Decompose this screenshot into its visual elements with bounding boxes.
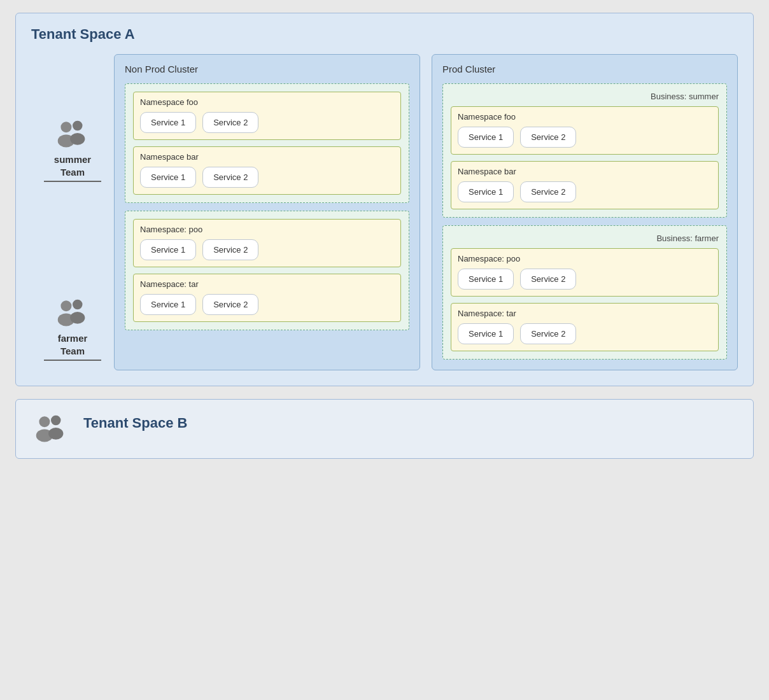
svg-point-10 [51, 416, 61, 426]
service-box: Service 2 [202, 167, 258, 188]
clusters-row: Non Prod Cluster Namespace foo Service 1… [114, 54, 738, 370]
non-prod-farmer-section: Namespace: poo Service 1 Service 2 Names… [125, 211, 409, 330]
prod-ns-poo: Namespace: poo Service 1 Service 2 [451, 248, 719, 297]
farmer-team-name: farmer Team [44, 332, 101, 361]
prod-ns-foo: Namespace foo Service 1 Service 2 [451, 106, 719, 155]
non-prod-ns-poo: Namespace: poo Service 1 Service 2 [133, 219, 401, 267]
svg-point-0 [60, 122, 71, 132]
prod-ns-tar-title: Namespace: tar [458, 309, 712, 318]
service-box: Service 2 [202, 294, 258, 315]
business-summer-label: Business: summer [451, 92, 719, 101]
prod-ns-poo-title: Namespace: poo [458, 254, 712, 263]
main-layout: summer Team farmer Team [31, 54, 738, 370]
prod-summer-section: Business: summer Namespace foo Service 1… [442, 83, 727, 218]
prod-ns-tar: Namespace: tar Service 1 Service 2 [451, 303, 719, 351]
farmer-team-block: farmer Team [31, 297, 114, 361]
farmer-team-avatar [53, 297, 92, 330]
summer-team-block: summer Team [31, 118, 114, 182]
service-box: Service 1 [458, 127, 514, 148]
prod-cluster-title: Prod Cluster [442, 64, 727, 74]
summer-team-avatar [53, 118, 92, 151]
non-prod-ns-foo: Namespace foo Service 1 Service 2 [133, 92, 401, 140]
svg-point-6 [73, 300, 83, 310]
left-teams: summer Team farmer Team [31, 54, 114, 370]
svg-point-7 [70, 312, 85, 324]
business-farmer-label: Business: farmer [451, 234, 719, 243]
svg-point-2 [73, 121, 83, 131]
non-prod-summer-section: Namespace foo Service 1 Service 2 Namesp… [125, 83, 409, 203]
non-prod-ns-bar-services: Service 1 Service 2 [140, 167, 394, 188]
tenant-space-b: Tenant Space B [15, 399, 754, 459]
service-box: Service 1 [140, 239, 196, 260]
service-box: Service 2 [202, 112, 258, 133]
tenant-space-a: Tenant Space A summer Team [15, 13, 754, 386]
svg-point-8 [39, 416, 50, 427]
service-box: Service 2 [520, 323, 576, 344]
non-prod-ns-tar-services: Service 1 Service 2 [140, 294, 394, 315]
non-prod-ns-tar-title: Namespace: tar [140, 279, 394, 289]
service-box: Service 2 [202, 239, 258, 260]
prod-ns-poo-services: Service 1 Service 2 [458, 269, 712, 290]
service-box: Service 1 [140, 167, 196, 188]
service-box: Service 1 [458, 269, 514, 290]
svg-point-11 [48, 428, 63, 440]
non-prod-cluster: Non Prod Cluster Namespace foo Service 1… [114, 54, 420, 370]
tenant-b-avatar [31, 412, 71, 445]
service-box: Service 1 [140, 294, 196, 315]
non-prod-ns-bar-title: Namespace bar [140, 152, 394, 162]
prod-ns-bar: Namespace bar Service 1 Service 2 [451, 161, 719, 209]
page-container: Tenant Space A summer Team [15, 13, 754, 459]
prod-cluster: Prod Cluster Business: summer Namespace … [432, 54, 738, 370]
service-box: Service 1 [458, 323, 514, 344]
svg-point-3 [70, 133, 85, 145]
service-box: Service 2 [520, 127, 576, 148]
non-prod-ns-poo-services: Service 1 Service 2 [140, 239, 394, 260]
svg-point-4 [60, 300, 71, 311]
non-prod-ns-tar: Namespace: tar Service 1 Service 2 [133, 274, 401, 322]
summer-team-name: summer Team [44, 153, 101, 182]
tenant-a-title: Tenant Space A [31, 26, 738, 43]
service-box: Service 2 [520, 181, 576, 202]
non-prod-cluster-title: Non Prod Cluster [125, 64, 409, 74]
service-box: Service 2 [520, 269, 576, 290]
prod-farmer-section: Business: farmer Namespace: poo Service … [442, 225, 727, 360]
prod-ns-bar-title: Namespace bar [458, 167, 712, 176]
non-prod-ns-poo-title: Namespace: poo [140, 225, 394, 234]
non-prod-ns-foo-services: Service 1 Service 2 [140, 112, 394, 133]
tenant-b-title: Tenant Space B [83, 415, 187, 431]
service-box: Service 1 [140, 112, 196, 133]
non-prod-ns-foo-title: Namespace foo [140, 97, 394, 107]
prod-ns-tar-services: Service 1 Service 2 [458, 323, 712, 344]
prod-ns-bar-services: Service 1 Service 2 [458, 181, 712, 202]
non-prod-ns-bar: Namespace bar Service 1 Service 2 [133, 146, 401, 195]
service-box: Service 1 [458, 181, 514, 202]
prod-ns-foo-services: Service 1 Service 2 [458, 127, 712, 148]
prod-ns-foo-title: Namespace foo [458, 112, 712, 122]
